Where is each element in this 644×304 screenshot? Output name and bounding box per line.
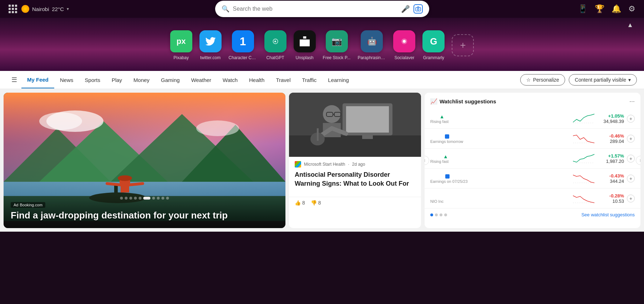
chatgpt-label: ChatGPT — [267, 55, 284, 60]
hero-background: ▲ px Pixabay twitter.com 1 Character Co.… — [0, 18, 644, 71]
nav-item-health[interactable]: Health — [243, 72, 270, 88]
watchlist-title: 📈 Watchlist suggestions — [430, 98, 496, 105]
svg-point-24 — [196, 120, 239, 136]
like-button[interactable]: 👍 8 — [295, 200, 305, 206]
quick-link-item[interactable]: px Pixabay — [170, 30, 192, 60]
stock-price: 34,948.39 — [599, 119, 624, 124]
location-weather[interactable]: Nairobi 22°C ▾ — [21, 5, 69, 13]
notifications-icon[interactable]: 🔔 — [612, 4, 621, 14]
paraphrase-label: Paraphrasing... — [358, 55, 386, 60]
stock-item-dji[interactable]: DJI ▲ Rising fast +1.05% 34,948.39 + — [425, 109, 640, 129]
nav-item-travel[interactable]: Travel — [270, 72, 296, 88]
quick-link-item[interactable]: twitter.com — [199, 30, 222, 60]
svg-rect-19 — [121, 182, 129, 192]
stock-name-dji: DJI ▲ — [430, 114, 568, 119]
stock-chart-tsla — [571, 132, 596, 145]
settings-icon[interactable]: ⚙ — [628, 4, 635, 14]
chatgpt-icon: ✦ — [264, 30, 286, 52]
nav-item-learning[interactable]: Learning — [322, 72, 354, 88]
quick-link-item[interactable]: Unsplash — [294, 30, 316, 60]
change-value: +1.57% — [599, 153, 624, 159]
stock-item-tsla[interactable]: TSLA Earnings tomorrow -0.46% 289.04 + — [425, 129, 640, 149]
nav-item-my-feed[interactable]: My Feed — [21, 72, 54, 88]
arrow-up-icon: ▲ — [440, 114, 445, 119]
page-dot[interactable] — [435, 213, 438, 216]
nav-item-money[interactable]: Money — [128, 72, 155, 88]
camera-search-icon[interactable] — [414, 4, 423, 14]
source-time: · — [348, 162, 349, 167]
watchlist-page-dots — [430, 213, 447, 216]
quick-link-item[interactable]: 1 Character Co... — [229, 30, 257, 60]
search-input[interactable] — [233, 6, 397, 12]
nav-item-play[interactable]: Play — [106, 72, 128, 88]
page-dot[interactable] — [444, 213, 447, 216]
ms-logo-icon — [295, 161, 301, 168]
page-dot[interactable] — [440, 213, 442, 216]
nav-item-sports[interactable]: Sports — [79, 72, 106, 88]
watchlist-more-button[interactable]: ··· — [629, 98, 635, 105]
nav-hamburger-icon[interactable]: ☰ — [7, 71, 21, 89]
quick-link-item[interactable]: Socialaver — [393, 30, 415, 60]
stock-status-tsla: Earnings tomorrow — [430, 139, 568, 144]
watchlist-header: 📈 Watchlist suggestions ··· — [425, 93, 640, 109]
quick-link-item[interactable]: 📷 Free Stock P... — [323, 30, 351, 60]
dislike-button[interactable]: 👎 8 — [311, 200, 321, 206]
add-stock-button[interactable]: + — [627, 155, 635, 163]
phone-icon[interactable]: 📱 — [578, 4, 588, 14]
socialaver-label: Socialaver — [394, 55, 414, 60]
svg-rect-3 — [303, 36, 306, 38]
character-co-label: Character Co... — [229, 55, 257, 60]
stock-item-nio[interactable]: NIO NIO Inc -0.28% 10.53 + — [425, 189, 640, 208]
like-count: 8 — [302, 200, 305, 206]
collapse-arrow-icon[interactable]: ▲ — [627, 21, 633, 29]
watchlist-title-label: Watchlist suggestions — [440, 98, 496, 104]
paraphrase-icon: 🤖 — [361, 30, 383, 52]
nav-item-weather[interactable]: Weather — [186, 72, 217, 88]
add-stock-button[interactable]: + — [627, 135, 635, 143]
hero-article[interactable]: Ad Booking.com Find a jaw-dropping desti… — [4, 93, 285, 228]
personalize-button[interactable]: ☆ Personalize — [520, 74, 565, 86]
article-source: Microsoft Start Health · 2d ago — [295, 161, 415, 168]
twitter-icon — [199, 30, 222, 52]
trophy-icon[interactable]: 🏆 — [595, 4, 604, 14]
quick-link-item[interactable]: 🤖 Paraphrasing... — [358, 30, 386, 60]
svg-rect-28 — [346, 106, 389, 133]
header: Nairobi 22°C ▾ 🔍 🎤 📱 🏆 🔔 ⚙ — [0, 0, 644, 18]
stock-item-gold[interactable]: Gold ▲ Rising fast +1.57% 1,987.20 + — [425, 149, 640, 169]
stock-item-msft[interactable]: MSFT Earnings on 07/25/23 -0.43% 344.24 … — [425, 169, 640, 189]
quick-link-item[interactable]: G Grammarly — [422, 30, 445, 60]
add-stock-button[interactable]: + — [627, 115, 635, 123]
nav-item-gaming[interactable]: Gaming — [155, 72, 186, 88]
nav-item-news[interactable]: News — [54, 72, 79, 88]
article-reactions: 👍 8 👎 8 — [289, 197, 421, 208]
stock-name-tsla: TSLA — [430, 134, 568, 139]
svg-rect-29 — [362, 135, 373, 139]
content-visible-label: Content partially visible — [575, 77, 626, 83]
page-dot-active[interactable] — [430, 213, 433, 216]
twitter-label: twitter.com — [200, 55, 220, 60]
nav-item-traffic[interactable]: Traffic — [296, 72, 323, 88]
second-article-image — [289, 93, 421, 157]
add-stock-button[interactable]: + — [627, 195, 635, 202]
navigation-bar: ☰ My Feed News Sports Play Money Gaming … — [0, 71, 644, 89]
quick-link-item[interactable]: ✦ ChatGPT — [264, 30, 286, 60]
content-visibility-button[interactable]: Content partially visible ▾ — [569, 74, 637, 86]
header-right: 📱 🏆 🔔 ⚙ — [578, 4, 635, 14]
thumbs-up-icon: 👍 — [295, 200, 301, 206]
stock-chart-msft — [571, 172, 596, 185]
header-left: Nairobi 22°C ▾ — [9, 5, 69, 13]
svg-line-20 — [107, 184, 125, 185]
search-icon: 🔍 — [222, 5, 229, 13]
star-icon: ☆ — [526, 77, 531, 83]
svg-rect-35 — [317, 128, 319, 141]
svg-rect-4 — [300, 40, 310, 46]
stock-chart-dji — [571, 112, 596, 125]
add-link-button[interactable]: + — [452, 34, 474, 56]
microphone-icon[interactable]: 🎤 — [401, 5, 410, 13]
stock-info-dji: DJI ▲ Rising fast — [430, 114, 568, 124]
nav-item-watch[interactable]: Watch — [217, 72, 243, 88]
second-article[interactable]: Microsoft Start Health · 2d ago Antisoci… — [289, 93, 421, 228]
apps-grid-icon[interactable] — [9, 5, 17, 13]
see-watchlist-suggestions-link[interactable]: See watchlist suggestions — [581, 212, 635, 217]
add-stock-button[interactable]: + — [627, 175, 635, 182]
